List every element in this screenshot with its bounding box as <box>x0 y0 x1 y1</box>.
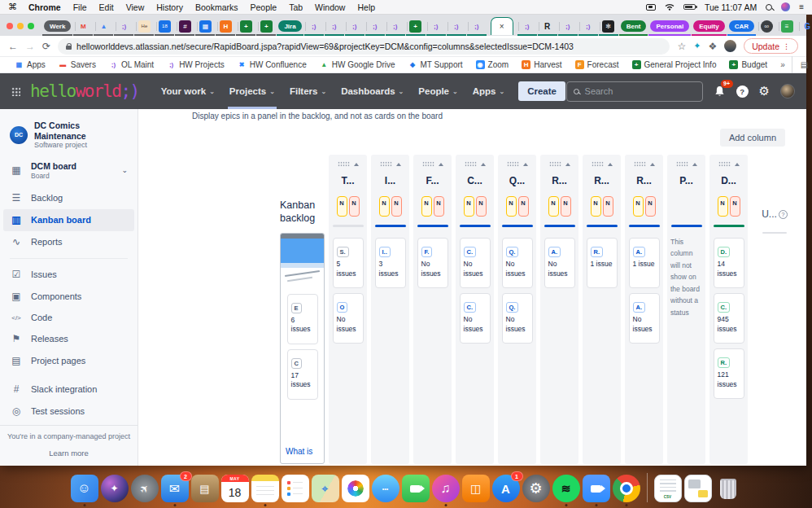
status-card[interactable]: R.1 issue <box>587 238 618 288</box>
browser-menu-icon[interactable]: ⋮ <box>783 42 790 50</box>
jira-nav-apps[interactable]: Apps⌄ <box>465 73 512 109</box>
jira-nav-people[interactable]: People⌄ <box>411 73 465 109</box>
tab-sheets-icon[interactable]: + <box>260 20 273 33</box>
dock-messages[interactable]: ••• <box>372 475 399 502</box>
lock-icon[interactable] <box>66 46 72 50</box>
jira-logo[interactable]: helloworld;) <box>30 81 139 101</box>
min-constraint-chip[interactable]: N <box>464 196 474 217</box>
address-bar[interactable]: helloworlddevs.atlassian.net/secure/Rapi… <box>58 38 670 55</box>
tab-harvest-icon[interactable]: H <box>220 20 232 33</box>
settings-button[interactable]: ⚙ <box>759 84 770 99</box>
tab-analytics-icon[interactable]: ▲ <box>98 20 110 33</box>
max-constraint-chip[interactable]: N <box>645 196 656 217</box>
dock-notes[interactable] <box>251 475 279 502</box>
tab-group-personal[interactable]: Personal <box>650 20 689 32</box>
minimize-window-button[interactable] <box>17 23 24 29</box>
learn-more-link[interactable]: Learn more <box>0 449 138 461</box>
min-constraint-chip[interactable]: N <box>506 196 517 217</box>
tab-sheets-icon[interactable]: + <box>240 20 252 33</box>
wifi-icon[interactable] <box>665 3 674 11</box>
tab-wink-icon[interactable]: ;) <box>118 20 130 33</box>
dock-photos[interactable] <box>342 475 369 502</box>
profile-button[interactable] <box>780 84 795 99</box>
bookmark-star-icon[interactable]: ☆ <box>677 42 686 51</box>
spotlight-icon[interactable] <box>766 4 772 11</box>
control-center-icon[interactable]: ≡ <box>799 2 804 11</box>
drag-handle-icon[interactable] <box>718 161 731 167</box>
forward-button[interactable]: → <box>25 42 35 51</box>
dock-contacts[interactable]: ▤ <box>191 475 219 502</box>
menu-edit[interactable]: Edit <box>99 2 114 12</box>
tab-wink-icon[interactable]: ;) <box>328 20 340 33</box>
tab-bluegrid-icon[interactable]: ▦ <box>199 20 212 33</box>
siri-icon[interactable] <box>781 2 790 11</box>
board-switcher[interactable]: ▦ DCM board Board ⌄ <box>0 157 138 187</box>
bookmark-ol-maint[interactable]: ;)OL Maint <box>103 60 160 69</box>
sidebar-item-project-pages[interactable]: ▤Project pages <box>0 350 138 372</box>
update-button[interactable]: Update ⋮ <box>744 38 798 54</box>
collapse-column-icon[interactable] <box>396 163 401 166</box>
tab-rletter-icon[interactable]: R <box>541 20 553 33</box>
tab-group-car[interactable]: CAR <box>729 20 754 32</box>
drag-handle-icon[interactable] <box>592 161 604 167</box>
menu-people[interactable]: People <box>250 2 277 12</box>
battery-icon[interactable] <box>683 4 696 11</box>
menubar-clock[interactable]: Tue 11:07 AM <box>705 2 757 12</box>
tab-wink-icon[interactable]: ;) <box>348 20 360 33</box>
drag-handle-icon[interactable] <box>507 161 519 167</box>
bookmark-savers[interactable]: ▬Savers <box>52 60 103 69</box>
jira-nav-dashboards[interactable]: Dashboards⌄ <box>334 73 411 109</box>
dock-finder[interactable]: ☺ <box>71 475 98 502</box>
max-constraint-chip[interactable]: N <box>603 196 613 217</box>
bookmark-general-project-info[interactable]: +General Project Info <box>626 60 723 69</box>
drag-handle-icon[interactable] <box>549 161 561 167</box>
jira-search-input[interactable]: Search <box>566 81 703 102</box>
tab-group-bent[interactable]: Bent <box>621 20 647 32</box>
status-card[interactable]: F.No issues <box>417 238 448 288</box>
tab-wink-icon[interactable]: ;) <box>470 20 482 33</box>
tab-sheets-icon[interactable]: + <box>409 20 421 33</box>
sidebar-item-code[interactable]: </>Code <box>0 308 138 328</box>
drag-handle-icon[interactable] <box>465 161 477 167</box>
drag-handle-icon[interactable] <box>422 161 434 167</box>
drag-handle-icon[interactable] <box>380 161 392 167</box>
dock-app-store[interactable]: A1 <box>492 475 520 502</box>
notifications-button[interactable]: 9+ <box>714 85 726 98</box>
collapse-column-icon[interactable] <box>735 163 740 166</box>
min-constraint-chip[interactable]: N <box>718 196 728 217</box>
dock-launchpad[interactable]: ✈ <box>131 475 159 502</box>
dock-system-preferences[interactable]: ⚙ <box>522 475 550 502</box>
sidebar-item-slack-integration[interactable]: #Slack integration <box>0 379 138 401</box>
collapse-column-icon[interactable] <box>565 163 570 166</box>
menu-tab[interactable]: Tab <box>289 2 303 12</box>
tab-flower-icon[interactable]: ✻ <box>602 20 614 33</box>
extension-icon[interactable]: ✦ <box>693 41 701 51</box>
collapse-column-icon[interactable] <box>523 163 528 166</box>
tab-wink-icon[interactable]: ;) <box>389 20 401 33</box>
status-card[interactable]: Q.No issues <box>502 293 533 344</box>
max-constraint-chip[interactable]: N <box>391 196 402 217</box>
dock-downloads-stack[interactable] <box>684 475 712 502</box>
menu-bookmarks[interactable]: Bookmarks <box>195 2 238 12</box>
min-constraint-chip[interactable]: N <box>633 196 644 217</box>
sidebar-item-reports[interactable]: ∿Reports <box>0 231 138 253</box>
close-tab-icon[interactable]: × <box>500 22 504 31</box>
bookmark-forecast[interactable]: FForecast <box>569 60 626 69</box>
help-button[interactable]: ? <box>736 85 749 98</box>
max-constraint-chip[interactable]: N <box>561 196 571 217</box>
menu-view[interactable]: View <box>126 2 145 12</box>
bookmarks-overflow-icon[interactable]: » <box>774 60 792 69</box>
drag-handle-icon[interactable] <box>338 161 350 167</box>
sidebar-item-backlog[interactable]: ☰Backlog <box>0 187 138 209</box>
collapse-column-icon[interactable] <box>481 163 486 166</box>
bookmark-hw-projects[interactable]: ;)HW Projects <box>160 60 231 69</box>
screen-mirroring-icon[interactable] <box>646 4 656 11</box>
dock-mail[interactable]: ✉2 <box>161 475 189 502</box>
bookmark-hw-confluence[interactable]: ✖HW Confluence <box>231 60 313 69</box>
status-card[interactable]: D.14 issues <box>714 238 744 288</box>
tab-gcal-icon[interactable]: 18 <box>159 20 171 33</box>
status-card[interactable]: ONo issues <box>333 293 364 344</box>
menu-help[interactable]: Help <box>357 2 375 12</box>
status-card[interactable]: A.No issues <box>544 238 575 288</box>
status-card[interactable]: C.No issues <box>460 293 491 344</box>
